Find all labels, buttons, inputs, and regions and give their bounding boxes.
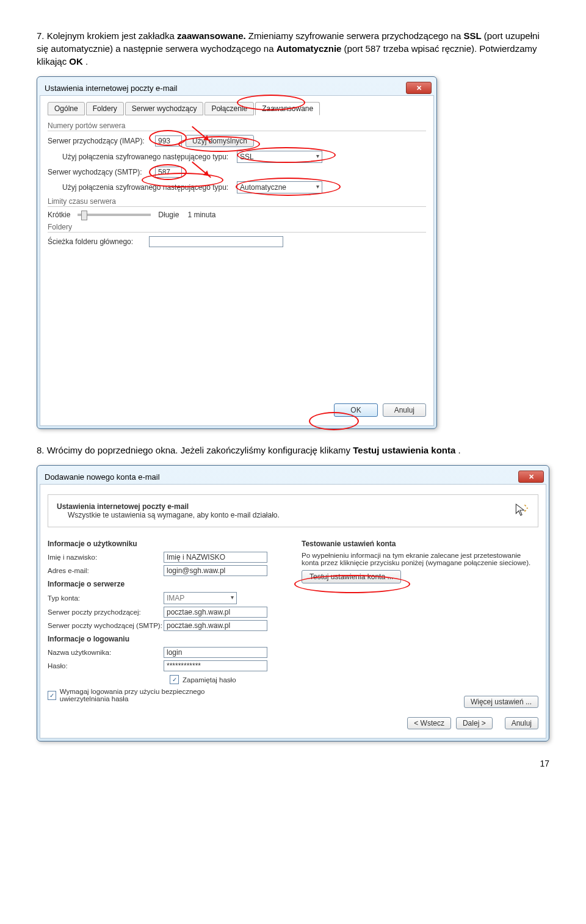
page-number: 17: [37, 759, 549, 768]
timeout-long-label: Długie: [158, 211, 179, 219]
server-info-header: Informacje o serwerze: [48, 580, 284, 588]
close-icon[interactable]: ✕: [518, 471, 544, 483]
name-label: Imię i nazwisko:: [48, 554, 164, 561]
outgoing-port-input[interactable]: 587: [155, 167, 182, 178]
incoming-port-input[interactable]: 993: [155, 135, 182, 146]
timeout-slider[interactable]: [78, 214, 151, 216]
incoming-enc-select[interactable]: SSL: [237, 151, 322, 163]
cursor-click-icon: [513, 503, 529, 519]
dialog-title: Dodawanie nowego konta e-mail: [45, 472, 160, 482]
cancel-button[interactable]: Anuluj: [383, 403, 426, 417]
name-input[interactable]: Imię i NAZWISKO: [164, 552, 267, 563]
instruction-step-7: 7. Kolejnym krokiem jest zakładka zaawan…: [37, 29, 549, 68]
login-info-header: Informacje o logowaniu: [48, 635, 284, 643]
outgoing-server-input[interactable]: pocztae.sgh.waw.pl: [164, 620, 267, 631]
type-label: Typ konta:: [48, 594, 164, 602]
root-folder-input[interactable]: [149, 236, 283, 247]
username-label: Nazwa użytkownika:: [48, 649, 164, 656]
incoming-server-input[interactable]: pocztae.sgh.waw.pl: [164, 607, 267, 618]
tab-general[interactable]: Ogólne: [48, 102, 85, 115]
close-icon[interactable]: ✕: [406, 82, 432, 94]
instruction-step-8: 8. Wrócimy do poprzedniego okna. Jeżeli …: [37, 444, 549, 457]
tab-connection[interactable]: Połączenie: [204, 102, 254, 115]
user-info-header: Informacje o użytkowniku: [48, 540, 284, 548]
email-advanced-dialog: Ustawienia internetowej poczty e-mail ✕ …: [37, 76, 437, 429]
remember-password-label: Zapamiętaj hasło: [183, 676, 236, 684]
spa-label: Wymagaj logowania przy użyciu bezpieczne…: [60, 688, 255, 702]
password-input[interactable]: ************: [164, 660, 267, 671]
outgoing-enc-select[interactable]: Automatyczne: [237, 181, 322, 193]
outgoing-port-label: Serwer wychodzący (SMTP):: [48, 168, 151, 176]
ok-button[interactable]: OK: [334, 403, 377, 417]
group-folders-label: Foldery: [48, 223, 426, 233]
test-settings-button[interactable]: Testuj ustawienia konta ...: [302, 570, 401, 583]
add-account-dialog: Dodawanie nowego konta e-mail ✕ Ustawien…: [37, 465, 549, 742]
incoming-server-label: Serwer poczty przychodzącej:: [48, 608, 164, 616]
timeout-short-label: Krótkie: [48, 211, 70, 219]
use-defaults-button[interactable]: Użyj domyślnych: [186, 135, 254, 147]
incoming-enc-label: Użyj połączenia szyfrowanego następujące…: [62, 153, 233, 161]
email-input[interactable]: login@sgh.waw.pl: [164, 565, 267, 576]
sub-desc: Wszystkie te ustawienia są wymagane, aby…: [68, 511, 280, 519]
remember-password-checkbox[interactable]: ✓: [170, 675, 179, 684]
outgoing-server-label: Serwer poczty wychodzącej (SMTP):: [48, 622, 164, 629]
password-label: Hasło:: [48, 662, 164, 670]
group-limits: Limity czasu serwera: [48, 197, 426, 207]
next-button[interactable]: Dalej >: [456, 717, 493, 729]
tab-outgoing[interactable]: Serwer wychodzący: [125, 102, 204, 115]
outgoing-enc-label: Użyj połączenia szyfrowanego następujące…: [62, 183, 233, 192]
sub-title: Ustawienia internetowej poczty e-mail: [57, 502, 280, 511]
group-ports: Numery portów serwera: [48, 121, 426, 131]
dialog-title: Ustawienia internetowej poczty e-mail: [45, 84, 177, 93]
spa-checkbox[interactable]: ✓: [48, 691, 56, 700]
test-header: Testowanie ustawień konta: [302, 540, 538, 548]
back-button[interactable]: < Wstecz: [407, 717, 451, 729]
account-type-select[interactable]: IMAP: [164, 592, 237, 604]
test-desc: Po wypełnieniu informacji na tym ekranie…: [302, 552, 538, 566]
tab-advanced[interactable]: Zaawansowane: [255, 102, 320, 115]
cancel-button[interactable]: Anuluj: [505, 717, 538, 729]
email-label: Adres e-mail:: [48, 567, 164, 574]
root-folder-label: Ścieżka folderu głównego:: [48, 237, 145, 246]
tab-folders[interactable]: Foldery: [86, 102, 124, 115]
more-settings-button[interactable]: Więcej ustawień ...: [464, 696, 538, 708]
username-input[interactable]: login: [164, 647, 267, 658]
incoming-port-label: Serwer przychodzący (IMAP):: [48, 137, 151, 145]
timeout-value: 1 minuta: [187, 211, 215, 219]
